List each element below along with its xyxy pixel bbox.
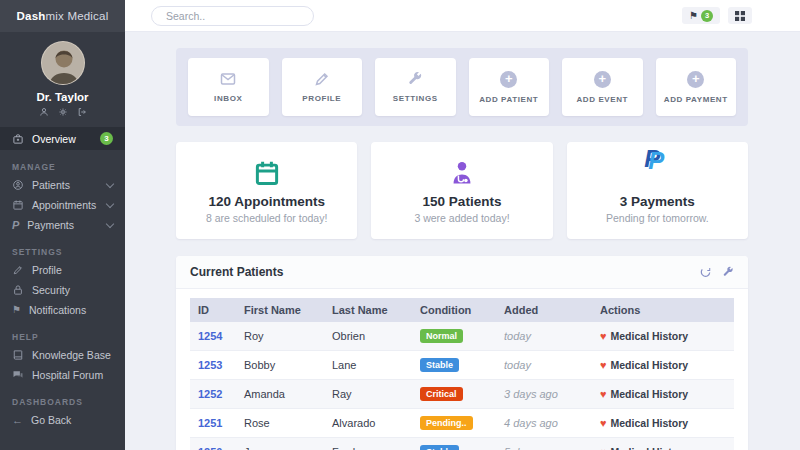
sidebar-item-label: Notifications <box>29 304 86 316</box>
patients-table-wrap: ID First Name Last Name Condition Added … <box>176 289 748 450</box>
chevron-down-icon <box>106 199 114 207</box>
table-row: 1252 Amanda Ray Critical 3 days ago ♥Med… <box>190 380 734 409</box>
quick-action-label: SETTINGS <box>393 94 438 103</box>
sidebar-item-payments[interactable]: P Payments <box>0 215 125 235</box>
payments-stat-card[interactable]: PP 3 Payments Pending for tomorrow. <box>567 142 748 239</box>
action-label: Medical History <box>611 330 689 342</box>
grid-icon <box>735 11 745 21</box>
section-title-dashboards: DASHBOARDS <box>0 385 125 410</box>
sidebar-item-label: Go Back <box>31 414 71 426</box>
section-title-manage: MANAGE <box>0 150 125 175</box>
medkit-icon <box>12 133 24 145</box>
sidebar-item-label: Patients <box>32 179 70 191</box>
section-title-settings: SETTINGS <box>0 235 125 260</box>
action-label: Medical History <box>611 359 689 371</box>
sidebar-item-knowledge-base[interactable]: Knowledge Base <box>0 345 125 365</box>
sidebar-item-appointments[interactable]: Appointments <box>0 195 125 215</box>
wrench-icon[interactable] <box>722 266 734 279</box>
panel-header: Current Patients <box>176 256 748 289</box>
condition-badge: Stable <box>420 358 459 372</box>
medical-history-button[interactable]: ♥Medical History <box>600 359 688 371</box>
user-name: Dr. Taylor <box>0 91 125 103</box>
patient-first-name: Rose <box>236 409 324 438</box>
sidebar-item-notifications[interactable]: ⚑ Notifications <box>0 300 125 320</box>
medical-history-button[interactable]: ♥Medical History <box>600 388 688 400</box>
add-event-button[interactable]: + ADD EVENT <box>562 58 643 116</box>
panel-title: Current Patients <box>190 265 283 279</box>
quick-actions-band: INBOX PROFILE SETTINGS + ADD PATIENT + A… <box>176 48 748 126</box>
chevron-down-icon <box>106 219 114 227</box>
col-header-id: ID <box>190 298 236 322</box>
patients-table: ID First Name Last Name Condition Added … <box>190 298 734 450</box>
patient-id-link[interactable]: 1251 <box>198 417 222 429</box>
envelope-icon <box>219 71 237 87</box>
user-settings-gear-icon[interactable] <box>58 107 68 117</box>
added-cell: 4 days ago <box>496 409 592 438</box>
sidebar-item-overview[interactable]: Overview 3 <box>0 127 125 150</box>
brand-logo[interactable]: Dashmix Medical <box>0 0 125 32</box>
patient-id-link[interactable]: 1250 <box>198 446 222 450</box>
table-row: 1250 Jose Fowler Stable 5 days ago ♥Medi… <box>190 438 734 450</box>
stat-subtitle: 8 are scheduled for today! <box>206 212 327 224</box>
appointments-stat-card[interactable]: 120 Appointments 8 are scheduled for tod… <box>176 142 357 239</box>
chat-bubbles-icon <box>12 369 24 381</box>
apps-grid-button[interactable] <box>728 7 752 24</box>
stats-row: 120 Appointments 8 are scheduled for tod… <box>176 142 748 239</box>
sidebar-item-go-back[interactable]: ← Go Back <box>0 410 125 430</box>
quick-action-label: ADD PATIENT <box>479 95 538 104</box>
sidebar-item-security[interactable]: Security <box>0 280 125 300</box>
condition-badge: Stable <box>420 445 459 450</box>
logout-icon[interactable] <box>77 107 87 117</box>
quick-action-label: INBOX <box>214 94 242 103</box>
patient-first-name: Bobby <box>236 351 324 380</box>
medical-history-button[interactable]: ♥Medical History <box>600 417 688 429</box>
topbar-actions: ⚑ 3 <box>682 7 752 24</box>
notification-count-badge: 3 <box>701 10 713 22</box>
add-patient-button[interactable]: + ADD PATIENT <box>469 58 550 116</box>
patients-stat-card[interactable]: 150 Patients 3 were added today! <box>371 142 552 239</box>
quick-action-label: ADD PAYMENT <box>664 95 728 104</box>
added-cell: 5 days ago <box>496 438 592 450</box>
pencil-icon <box>12 264 24 276</box>
quick-action-label: PROFILE <box>302 94 341 103</box>
condition-badge: Critical <box>420 387 463 401</box>
search-input[interactable] <box>151 6 314 26</box>
table-header-row: ID First Name Last Name Condition Added … <box>190 298 734 322</box>
notifications-flag-button[interactable]: ⚑ 3 <box>682 7 720 24</box>
col-header-last: Last Name <box>324 298 412 322</box>
current-patients-panel: Current Patients ID First Name Last Name… <box>176 256 748 450</box>
quick-action-label: ADD EVENT <box>576 95 628 104</box>
section-title-help: HELP <box>0 320 125 345</box>
patient-id-link[interactable]: 1252 <box>198 388 222 400</box>
wrench-icon <box>407 71 423 87</box>
stat-title: 150 Patients <box>423 194 502 209</box>
medical-history-button[interactable]: ♥Medical History <box>600 446 688 450</box>
heart-icon: ♥ <box>600 418 607 429</box>
action-label: Medical History <box>611 388 689 400</box>
patient-first-name: Roy <box>236 322 324 351</box>
sidebar-item-hospital-forum[interactable]: Hospital Forum <box>0 365 125 385</box>
patient-id-link[interactable]: 1253 <box>198 359 222 371</box>
brand-bold: Dash <box>17 10 46 22</box>
add-payment-button[interactable]: + ADD PAYMENT <box>656 58 737 116</box>
avatar[interactable] <box>41 41 85 85</box>
calendar-icon <box>12 199 24 211</box>
patient-id-link[interactable]: 1254 <box>198 330 222 342</box>
inbox-button[interactable]: INBOX <box>188 58 269 116</box>
sidebar-user-block: Dr. Taylor <box>0 32 125 117</box>
profile-button[interactable]: PROFILE <box>282 58 363 116</box>
patient-first-name: Jose <box>236 438 324 450</box>
user-circle-icon <box>12 179 24 191</box>
table-row: 1253 Bobby Lane Stable today ♥Medical Hi… <box>190 351 734 380</box>
user-profile-icon[interactable] <box>39 107 49 117</box>
added-cell: today <box>496 322 592 351</box>
paypal-icon: PP <box>644 158 670 188</box>
action-label: Medical History <box>611 417 689 429</box>
sidebar-item-patients[interactable]: Patients <box>0 175 125 195</box>
sidebar-item-profile[interactable]: Profile <box>0 260 125 280</box>
refresh-icon[interactable] <box>699 266 712 279</box>
plus-circle-icon: + <box>594 71 611 88</box>
medical-history-button[interactable]: ♥Medical History <box>600 330 688 342</box>
sidebar-item-label: Security <box>32 284 70 296</box>
settings-button[interactable]: SETTINGS <box>375 58 456 116</box>
